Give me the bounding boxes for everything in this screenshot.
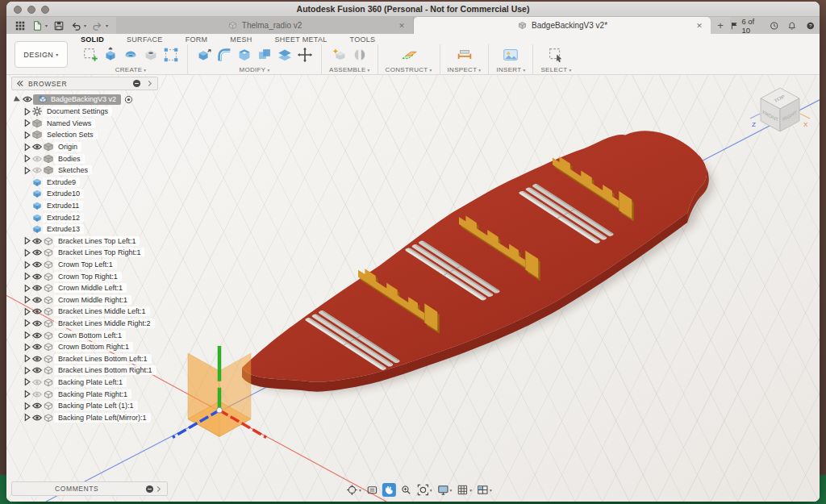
fit-button[interactable]: ▾ bbox=[416, 483, 433, 497]
tree-item-label[interactable]: Extrude10 bbox=[43, 189, 84, 198]
browser-root-row[interactable]: BadgeBackingV3 v2 bbox=[11, 93, 158, 106]
visibility-eye-icon[interactable] bbox=[31, 412, 43, 423]
recent-activity-icon[interactable] bbox=[770, 20, 779, 31]
visibility-eye-icon[interactable] bbox=[31, 377, 43, 388]
browser-tree-row[interactable]: Crown Top Left:1 bbox=[11, 259, 158, 271]
visibility-eye-icon[interactable] bbox=[31, 330, 43, 341]
expander-closed-icon[interactable] bbox=[23, 284, 31, 293]
help-icon[interactable]: ? bbox=[806, 20, 816, 31]
display-button[interactable]: ▾ bbox=[436, 483, 453, 497]
combine-icon[interactable] bbox=[256, 46, 273, 64]
tree-item-label[interactable]: Bracket Lines Bottom Left:1 bbox=[54, 354, 152, 364]
browser-tree-row[interactable]: Cown Bottom Left:1 bbox=[11, 329, 158, 341]
browser-tree-row[interactable]: Bodies bbox=[11, 152, 158, 165]
ribbon-tab-mesh[interactable]: MESH bbox=[228, 35, 253, 44]
expander-closed-icon[interactable] bbox=[23, 354, 31, 363]
ribbon-group-label[interactable]: MODIFY▾ bbox=[240, 66, 270, 73]
expander-closed-icon[interactable] bbox=[23, 166, 31, 175]
tree-item-label[interactable]: Sketches bbox=[54, 165, 92, 175]
tree-item-label[interactable]: Extrude11 bbox=[43, 201, 83, 210]
tree-item-label[interactable]: Selection Sets bbox=[43, 130, 98, 140]
tree-item-label[interactable]: Extrude13 bbox=[43, 224, 84, 234]
panel-handle-icon[interactable] bbox=[145, 79, 154, 88]
browser-tree-row[interactable]: Bracket Lines Middle Right:2 bbox=[11, 318, 158, 330]
browser-tree-row[interactable]: Extrude11 bbox=[11, 200, 158, 212]
tree-item-label[interactable]: Backing Plate Left (1):1 bbox=[54, 401, 138, 410]
expander-closed-icon[interactable] bbox=[23, 377, 31, 386]
expander-closed-icon[interactable] bbox=[23, 248, 31, 257]
workspace-selector[interactable]: DESIGN ▾ bbox=[15, 41, 68, 68]
ribbon-group-label[interactable]: CONSTRUCT▾ bbox=[386, 66, 432, 73]
visibility-eye-icon[interactable] bbox=[31, 318, 43, 329]
ribbon-group-label[interactable]: ASSEMBLE▾ bbox=[329, 66, 370, 73]
tree-item-label[interactable]: Bracket Lines Middle Left:1 bbox=[54, 306, 150, 316]
root-component-label[interactable]: BadgeBackingV3 v2 bbox=[51, 94, 116, 105]
tree-item-label[interactable]: Bracket Lines Top Right:1 bbox=[54, 248, 144, 257]
browser-tree-row[interactable]: Bracket Lines Bottom Left:1 bbox=[11, 352, 158, 364]
expander-closed-icon[interactable] bbox=[23, 143, 31, 152]
save-icon[interactable] bbox=[53, 20, 65, 31]
visibility-eye-icon[interactable] bbox=[31, 141, 43, 152]
browser-header[interactable]: BROWSER bbox=[11, 77, 158, 90]
comments-bar[interactable]: COMMENTS bbox=[11, 481, 168, 496]
browser-tree-row[interactable]: Extrude13 bbox=[11, 223, 158, 235]
close-window-button[interactable] bbox=[14, 6, 22, 14]
tree-item-label[interactable]: Crown Middle Left:1 bbox=[54, 283, 127, 293]
browser-tree-row[interactable]: Sketches bbox=[11, 165, 158, 177]
construct-plane-icon[interactable] bbox=[400, 46, 418, 64]
new-tab-button[interactable]: + bbox=[711, 17, 730, 34]
visibility-eye-icon[interactable] bbox=[31, 153, 43, 165]
browser-tree-row[interactable]: Extrude12 bbox=[11, 211, 158, 223]
visibility-eye-icon[interactable] bbox=[31, 341, 43, 352]
expander-closed-icon[interactable] bbox=[23, 295, 31, 304]
app-launcher-icon[interactable] bbox=[15, 20, 26, 31]
browser-tree-row[interactable]: Extrude9 bbox=[11, 177, 158, 189]
browser-tree-row[interactable]: Bracket Lines Top Left:1 bbox=[11, 235, 158, 248]
tree-item-label[interactable]: Backing Plate Left:1 bbox=[54, 377, 127, 387]
tree-item-label[interactable]: Bracket Lines Top Left:1 bbox=[54, 236, 140, 246]
tree-item-label[interactable]: Bracket Lines Middle Right:2 bbox=[54, 319, 155, 328]
fillet-icon[interactable] bbox=[215, 46, 233, 64]
document-tab[interactable]: BadgeBackingV3 v2*✕ bbox=[414, 17, 711, 34]
tree-item-label[interactable]: Extrude12 bbox=[43, 213, 84, 223]
orbit-button[interactable]: ▾ bbox=[345, 483, 362, 497]
expander-closed-icon[interactable] bbox=[23, 272, 31, 281]
viewports-button[interactable]: ▾ bbox=[476, 483, 493, 497]
ribbon-tab-sheet-metal[interactable]: SHEET METAL bbox=[273, 35, 329, 44]
revolve-icon[interactable] bbox=[122, 46, 140, 64]
browser-tree-row[interactable]: Bracket Lines Bottom Right:1 bbox=[11, 364, 158, 377]
create-sketch-icon[interactable] bbox=[81, 46, 99, 64]
comments-handle-icon[interactable] bbox=[154, 485, 163, 494]
expander-closed-icon[interactable] bbox=[23, 236, 31, 245]
visibility-eye-icon[interactable] bbox=[31, 235, 43, 247]
browser-tree-row[interactable]: Backing Plate Left (1):1 bbox=[11, 400, 158, 412]
undo-icon[interactable] bbox=[70, 20, 81, 31]
expander-open-icon[interactable] bbox=[13, 95, 22, 104]
browser-tree-row[interactable]: Backing Plate Right:1 bbox=[11, 388, 158, 400]
close-tab-icon[interactable]: ✕ bbox=[397, 22, 407, 30]
view-cube[interactable]: TOP FRONT RIGHT Z X bbox=[749, 78, 811, 141]
expander-closed-icon[interactable] bbox=[23, 402, 31, 410]
visibility-eye-icon[interactable] bbox=[31, 271, 43, 282]
ribbon-group-label[interactable]: INSPECT▾ bbox=[448, 66, 482, 73]
tree-item-label[interactable]: Bodies bbox=[54, 154, 85, 164]
browser-tree-row[interactable]: Named Views bbox=[11, 118, 158, 130]
pattern-icon[interactable] bbox=[162, 46, 180, 64]
browser-tree-row[interactable]: Bracket Lines Middle Left:1 bbox=[11, 306, 158, 318]
browser-tree-row[interactable]: Document Settings bbox=[11, 106, 158, 118]
tree-item-label[interactable]: Bracket Lines Bottom Right:1 bbox=[54, 365, 156, 375]
tree-item-label[interactable]: Backing Plate Left(Mirror):1 bbox=[54, 413, 151, 423]
visibility-eye-icon[interactable] bbox=[31, 306, 43, 317]
ribbon-group-label[interactable]: CREATE▾ bbox=[115, 66, 147, 73]
browser-tree-row[interactable]: Extrude10 bbox=[11, 188, 158, 200]
ribbon-group-label[interactable]: SELECT▾ bbox=[540, 66, 571, 73]
visibility-eye-icon[interactable] bbox=[31, 259, 43, 270]
redo-icon[interactable] bbox=[92, 20, 103, 31]
browser-tree-row[interactable]: Crown Middle Left:1 bbox=[11, 282, 158, 294]
zoom-button[interactable] bbox=[399, 483, 413, 497]
move-icon[interactable] bbox=[296, 46, 314, 64]
ribbon-tab-tools[interactable]: TOOLS bbox=[348, 35, 378, 44]
tree-item-label[interactable]: Origin bbox=[54, 142, 81, 152]
browser-tree-row[interactable]: Crown Top Right:1 bbox=[11, 270, 158, 282]
ribbon-group-label[interactable]: INSERT▾ bbox=[496, 66, 525, 73]
